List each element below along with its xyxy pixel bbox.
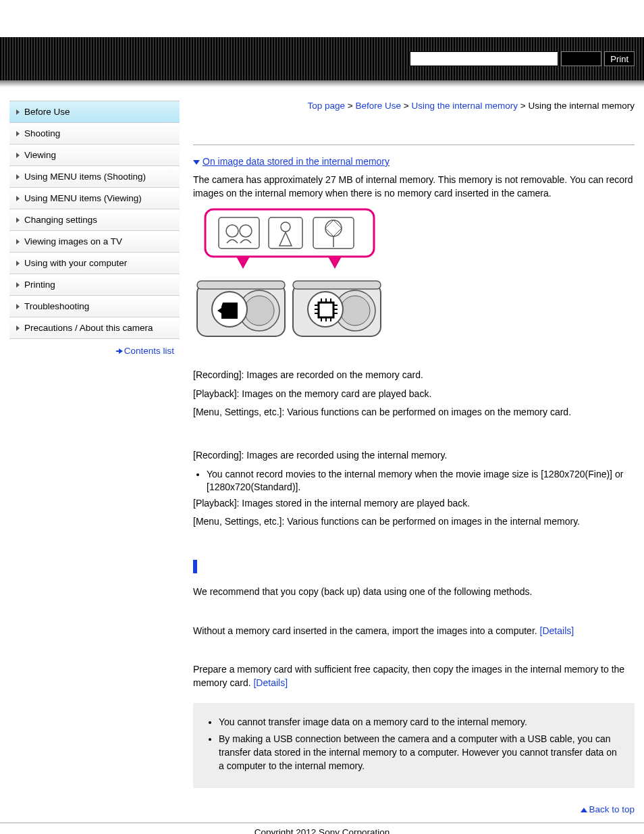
main-content: Top page > Before Use > Using the intern… [180,101,635,816]
svg-marker-10 [328,257,342,269]
sidebar-item-label: Printing [24,280,55,290]
arrow-right-icon [119,348,123,354]
block-b-menu: [Menu, Settings, etc.]: Various function… [193,515,635,529]
sidebar-item-label: Troubleshooting [24,301,89,311]
sidebar-item-before-use[interactable]: Before Use [9,101,180,123]
details-link[interactable]: [Details] [540,625,574,636]
svg-rect-1 [219,217,259,249]
svg-rect-12 [197,281,285,289]
copyright-text: Copyright 2012 Sony Corporation [0,823,644,835]
contents-list-link[interactable]: Contents list [124,346,174,356]
breadcrumb-link[interactable]: Before Use [355,101,401,111]
section-marker-icon [193,560,197,573]
list-item: By making a USB connection between the c… [219,732,621,773]
triangle-up-icon [581,808,587,812]
search-input[interactable] [410,51,558,66]
sidebar-item-label: Changing settings [24,215,97,225]
svg-rect-18 [293,281,381,289]
sidebar-item-shooting[interactable]: Shooting [9,123,180,145]
breadcrumb-sep: > [404,101,409,111]
breadcrumb-link[interactable]: Using the internal memory [411,101,518,111]
title-rule [193,145,635,145]
sidebar: Before Use Shooting Viewing Using MENU i… [9,101,180,356]
sidebar-item-label: Using with your computer [24,258,127,268]
list-item: You cannot transfer image data on a memo… [219,715,621,729]
svg-point-21 [308,292,343,327]
block-a-recording: [Recording]: Images are recorded on the … [193,369,635,382]
method1-text: Without a memory card inserted in the ca… [193,625,540,636]
sidebar-item-label: Before Use [24,107,70,117]
block-a-menu: [Menu, Settings, etc.]: Various function… [193,406,635,419]
intro-paragraph: The camera has approximately 27 MB of in… [193,174,635,200]
back-to-top-link[interactable]: Back to top [589,804,635,814]
anchor-link-internal-memory[interactable]: On image data stored in the internal mem… [203,156,390,167]
method1-paragraph: Without a memory card inserted in the ca… [193,625,635,638]
block-a-playback: [Playback]: Images on the memory card ar… [193,388,635,401]
back-to-top-row: Back to top [193,804,635,814]
print-button[interactable]: Print [604,51,635,66]
svg-marker-9 [236,257,250,269]
sidebar-item-viewing[interactable]: Viewing [9,145,180,166]
sidebar-item-label: Using MENU items (Shooting) [24,172,146,182]
block-b-bullets: You cannot record movies to the internal… [207,468,635,494]
contents-list-row: Contents list [9,339,180,356]
sidebar-item-computer[interactable]: Using with your computer [9,253,180,274]
sidebar-item-label: Using MENU items (Viewing) [24,193,142,203]
sidebar-item-troubleshooting[interactable]: Troubleshooting [9,296,180,317]
sidebar-item-label: Precautions / About this camera [24,323,153,333]
sidebar-item-printing[interactable]: Printing [9,274,180,296]
sidebar-item-precautions[interactable]: Precautions / About this camera [9,317,180,339]
header-bar: Print [0,37,644,80]
breadcrumb-sep: > [348,101,353,111]
list-item: You cannot record movies to the internal… [207,468,635,494]
sidebar-item-label: Viewing images on a TV [24,236,122,246]
block-b-playback: [Playback]: Images stored in the interna… [193,497,635,511]
search-group: Print [410,51,635,66]
sidebar-item-label: Shooting [24,128,60,138]
toc-anchor-row: On image data stored in the internal mem… [193,156,635,167]
sidebar-item-changing-settings[interactable]: Changing settings [9,209,180,231]
sidebar-item-label: Viewing [24,150,56,160]
notes-box: You cannot transfer image data on a memo… [193,703,635,787]
sidebar-nav: Before Use Shooting Viewing Using MENU i… [9,101,180,339]
svg-point-20 [340,296,370,325]
sidebar-item-viewing-tv[interactable]: Viewing images on a TV [9,231,180,253]
svg-point-14 [244,296,274,325]
breadcrumb-sep: > [520,101,526,111]
breadcrumb-link[interactable]: Top page [307,101,345,111]
block-b-recording: [Recording]: Images are recorded using t… [193,449,635,463]
sidebar-item-menu-viewing[interactable]: Using MENU items (Viewing) [9,188,180,209]
breadcrumb-current: Using the internal memory [528,101,635,111]
breadcrumb: Top page > Before Use > Using the intern… [193,101,635,111]
sidebar-item-menu-shooting[interactable]: Using MENU items (Shooting) [9,166,180,188]
camera-illustration [193,208,635,350]
details-link[interactable]: [Details] [253,677,288,688]
triangle-down-icon [193,160,200,165]
search-button[interactable] [561,51,601,66]
method2-paragraph: Prepare a memory card with sufficient fr… [193,663,635,689]
recommend-paragraph: We recommend that you copy (back up) dat… [193,585,635,599]
